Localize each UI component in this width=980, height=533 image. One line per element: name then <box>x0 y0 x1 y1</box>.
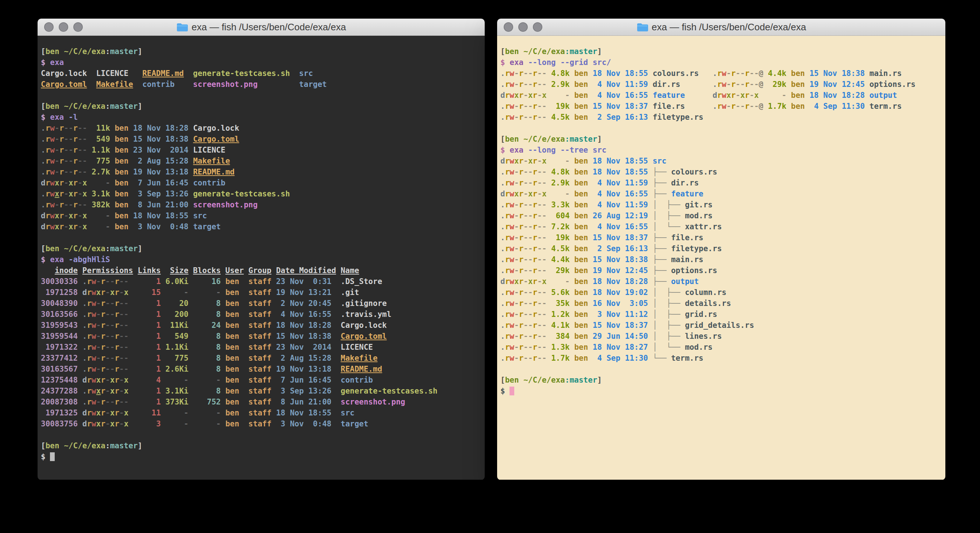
terminal-line: .rw-r--r-- 19k ben 15 Nov 18:37 file.rs … <box>500 101 942 112</box>
terminal-line: 30163566 .rw-r--r-- 1 200 8 ben staff 4 … <box>41 309 482 320</box>
folder-icon <box>176 22 188 32</box>
terminal-line: $ exa -abghHliS <box>41 254 482 265</box>
terminal-window-right: exa — fish /Users/ben/Code/exa/exa [ben … <box>497 19 945 480</box>
terminal-line: $ exa -l <box>41 112 482 123</box>
terminal-window-left: exa — fish /Users/ben/Code/exa/exa [ben … <box>38 19 485 480</box>
terminal-line: .rw-r--r-- 549 ben 15 Nov 18:38 Cargo.to… <box>41 134 482 145</box>
terminal-line: inode Permissions Links Size Blocks User… <box>41 265 482 276</box>
terminal-line: drwxr-xr-x - ben 7 Jun 16:45 contrib <box>41 177 482 188</box>
window-title: exa — fish /Users/ben/Code/exa/exa <box>176 22 346 33</box>
terminal-line: $ exa --long --grid src/ <box>500 57 942 68</box>
terminal-line: 1971322 .rw-r--r-- 1 1.1Ki 8 ben staff 2… <box>41 342 482 353</box>
zoom-button[interactable] <box>73 22 83 32</box>
terminal-line: .rw-r--r-- 3.3k ben 4 Nov 11:59 │ ├── gi… <box>500 199 942 210</box>
terminal-line <box>41 90 482 101</box>
terminal-line: drwxr-xr-x - ben 18 Nov 18:55 src <box>500 155 942 166</box>
minimize-button[interactable] <box>518 22 528 32</box>
minimize-button[interactable] <box>59 22 68 32</box>
window-controls <box>44 19 83 35</box>
terminal-screen-right[interactable]: [ben ~/C/e/exa:master]$ exa --long --gri… <box>497 36 945 480</box>
terminal-line: 1971325 drwxr-xr-x 11 - - ben staff 18 N… <box>41 407 482 418</box>
desktop: { "colors": { "chrome": { "titlebar_text… <box>0 0 980 533</box>
terminal-line: .rw-r--r-- 2.7k ben 19 Nov 13:18 README.… <box>41 166 482 177</box>
terminal-line: drwxr-xr-x - ben 4 Nov 16:55 feature drw… <box>500 90 942 101</box>
terminal-line: [ben ~/C/e/exa:master] <box>500 46 942 57</box>
terminal-line: .rw-r--r-- 1.1k ben 23 Nov 2014 LICENCE <box>41 145 482 155</box>
terminal-line: Cargo.toml Makefile contrib screenshot.p… <box>41 79 482 90</box>
terminal-line: 30030336 .rw-r--r-- 1 6.0Ki 16 ben staff… <box>41 276 482 287</box>
terminal-line: 31959544 .rw-r--r-- 1 549 8 ben staff 15… <box>41 331 482 342</box>
terminal-line: .rw-r--r-- 29k ben 19 Nov 12:45 ├── opti… <box>500 265 942 276</box>
terminal-line: .rw-r--r-- 5.6k ben 18 Nov 19:02 │ ├── c… <box>500 287 942 298</box>
terminal-line: $ <box>500 386 942 396</box>
terminal-line <box>500 123 942 134</box>
terminal-line: .rw-r--r-- 19k ben 15 Nov 18:37 ├── file… <box>500 232 942 243</box>
terminal-line: .rw-r--r-- 604 ben 26 Aug 12:19 │ ├── mo… <box>500 210 942 221</box>
terminal-line: .rw-r--r-- 2.9k ben 4 Nov 11:59 dir.rs .… <box>500 79 942 90</box>
terminal-line: [ben ~/C/e/exa:master] <box>41 243 482 254</box>
terminal-line: .rw-r--r-- 1.3k ben 18 Nov 18:27 │ └── m… <box>500 342 942 353</box>
terminal-line: .rw-r--r-- 35k ben 16 Nov 3:05 │ ├── det… <box>500 298 942 309</box>
zoom-button[interactable] <box>533 22 542 32</box>
terminal-line: .rw-r--r-- 7.2k ben 4 Nov 16:55 │ └── xa… <box>500 221 942 232</box>
terminal-line: [ben ~/C/e/exa:master] <box>41 440 482 451</box>
terminal-line: 24377288 .rwxr-xr-x 1 3.1Ki 8 ben staff … <box>41 386 482 396</box>
folder-icon <box>636 22 648 32</box>
titlebar[interactable]: exa — fish /Users/ben/Code/exa/exa <box>497 19 945 36</box>
terminal-line: .rw-r--r-- 4.8k ben 18 Nov 18:55 colours… <box>500 68 942 79</box>
terminal-line <box>500 364 942 375</box>
terminal-line: 1971258 drwxr-xr-x 15 - - ben staff 19 N… <box>41 287 482 298</box>
terminal-line: .rw-r--r-- 4.5k ben 2 Sep 16:13 ├── file… <box>500 243 942 254</box>
terminal-line: .rw-r--r-- 775 ben 2 Aug 15:28 Makefile <box>41 155 482 166</box>
close-button[interactable] <box>504 22 513 32</box>
terminal-screen-left[interactable]: [ben ~/C/e/exa:master]$ exaCargo.lock LI… <box>38 36 485 480</box>
terminal-line: 23377412 .rw-r--r-- 1 775 8 ben staff 2 … <box>41 353 482 364</box>
window-title: exa — fish /Users/ben/Code/exa/exa <box>636 22 806 33</box>
terminal-line: [ben ~/C/e/exa:master] <box>500 134 942 145</box>
terminal-line: drwxr-xr-x - ben 4 Nov 16:55 ├── feature <box>500 188 942 199</box>
terminal-line: 31959543 .rw-r--r-- 1 11Ki 24 ben staff … <box>41 320 482 331</box>
terminal-line: Cargo.lock LICENCE README.md generate-te… <box>41 68 482 79</box>
terminal-line: 30163567 .rw-r--r-- 1 2.6Ki 8 ben staff … <box>41 364 482 375</box>
terminal-line: $ <box>41 451 482 462</box>
terminal-line: $ exa <box>41 57 482 68</box>
terminal-line: .rw-r--r-- 384 ben 29 Jun 14:50 │ ├── li… <box>500 331 942 342</box>
terminal-line: 30048390 .rw-r--r-- 1 20 8 ben staff 2 N… <box>41 298 482 309</box>
terminal-line: 30083756 drwxr-xr-x 3 - - ben staff 3 No… <box>41 418 482 429</box>
terminal-line: [ben ~/C/e/exa:master] <box>41 101 482 112</box>
terminal-line: drwxr-xr-x - ben 18 Nov 18:55 src <box>41 210 482 221</box>
terminal-line: [ben ~/C/e/exa:master] <box>41 46 482 57</box>
window-title-text: exa — fish /Users/ben/Code/exa/exa <box>652 22 806 33</box>
terminal-line <box>41 429 482 440</box>
terminal-line: .rw-r--r-- 1.2k ben 3 Nov 11:12 │ ├── gr… <box>500 309 942 320</box>
terminal-line: .rw-r--r-- 4.8k ben 18 Nov 18:55 ├── col… <box>500 166 942 177</box>
terminal-line: .rw-r--r-- 11k ben 18 Nov 18:28 Cargo.lo… <box>41 123 482 134</box>
terminal-line: .rwxr-xr-x 3.1k ben 3 Sep 13:26 generate… <box>41 188 482 199</box>
terminal-line: 12375448 drwxr-xr-x 4 - - ben staff 7 Ju… <box>41 375 482 386</box>
close-button[interactable] <box>44 22 54 32</box>
terminal-line: .rw-r--r-- 382k ben 8 Jun 21:00 screensh… <box>41 199 482 210</box>
window-title-text: exa — fish /Users/ben/Code/exa/exa <box>191 22 346 33</box>
terminal-line: .rw-r--r-- 4.5k ben 2 Sep 16:13 filetype… <box>500 112 942 123</box>
text-cursor <box>50 452 55 461</box>
titlebar[interactable]: exa — fish /Users/ben/Code/exa/exa <box>38 19 485 36</box>
terminal-line: .rw-r--r-- 1.7k ben 4 Sep 11:30 └── term… <box>500 353 942 364</box>
terminal-line <box>41 232 482 243</box>
terminal-line: .rw-r--r-- 4.4k ben 15 Nov 18:38 ├── mai… <box>500 254 942 265</box>
text-cursor <box>509 386 514 395</box>
terminal-line: .rw-r--r-- 2.9k ben 4 Nov 11:59 ├── dir.… <box>500 177 942 188</box>
terminal-line: $ exa --long --tree src <box>500 145 942 155</box>
terminal-line: drwxr-xr-x - ben 3 Nov 0:48 target <box>41 221 482 232</box>
terminal-line: drwxr-xr-x - ben 18 Nov 18:28 ├── output <box>500 276 942 287</box>
terminal-line: [ben ~/C/e/exa:master] <box>500 375 942 386</box>
terminal-line: .rw-r--r-- 4.1k ben 15 Nov 18:37 │ ├── g… <box>500 320 942 331</box>
terminal-line: 20087308 .rw-r--r-- 1 373Ki 752 ben staf… <box>41 396 482 407</box>
window-controls <box>504 19 542 35</box>
